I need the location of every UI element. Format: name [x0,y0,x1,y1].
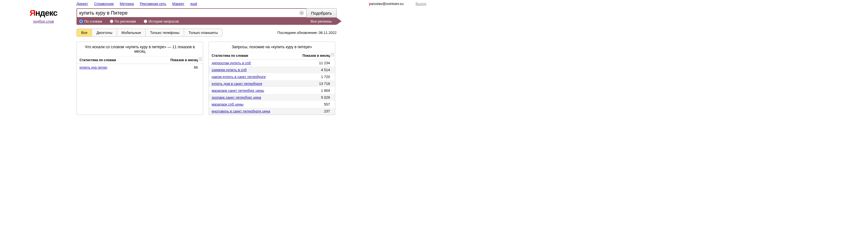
query-count: 66 [145,64,203,71]
topnav-link-sprav[interactable]: Справочник [94,2,114,6]
device-tab-phones[interactable]: Только телефоны [146,29,184,36]
query-count: 13 718 [290,80,335,87]
device-tab-tablets[interactable]: Только планшеты [184,29,222,36]
left-table: Статистика по словам Показов в месяц? ку… [77,57,203,71]
topnav-link-market[interactable]: Маркет [172,2,184,6]
topnav-link-rsya[interactable]: Рекламная сеть [140,2,166,6]
device-row: Все Десктопы Мобильные Только телефоны Т… [76,29,337,37]
table-row: оземпик купить в спб4 514 [209,66,335,73]
query-link[interactable]: купить дом в санкт петербурге [212,82,262,86]
search-block: ✕ Подобрать По словам По регионам Истори… [76,8,337,25]
query-count: 4 514 [290,66,335,73]
right-table: Статистика по словам Показов в месяц? ди… [209,52,335,115]
device-tab-all[interactable]: Все [77,29,92,36]
query-link[interactable]: оземпик купить в спб [212,68,247,72]
query-link[interactable]: наком купить в санкт петербурге [212,75,266,79]
query-count: 1 720 [290,73,335,80]
left-panel-title: Что искали со словом «купить куру в пите… [77,42,203,57]
table-row: дипроспан купить в спб11 234 [209,59,335,67]
query-count: 1 904 [290,87,335,94]
query-link[interactable]: зоопарк санкт петербург цена [212,95,261,100]
right-panel-title: Запросы, похожие на «купить куру в питер… [209,42,335,52]
query-link[interactable]: мазапарк спб цены [212,102,244,106]
topnav-link-direct[interactable]: Директ [76,2,88,6]
device-tabs: Все Десктопы Мобильные Только телефоны Т… [76,29,222,37]
query-count: 557 [290,101,335,108]
table-row: зоопарк санкт петербург цена5 029 [209,94,335,101]
regions-selector[interactable]: Все регионы [311,19,332,23]
table-row: купить кур питер66 [77,64,203,71]
last-update-label: Последнее обновление: 06.11.2022 [277,31,337,35]
radio-by-regions[interactable]: По регионам [110,19,136,23]
table-row: мазапарк санкт петербург цены1 904 [209,87,335,94]
query-link[interactable]: дипроспан купить в спб [212,61,251,65]
query-link[interactable]: купить кур питер [80,65,107,69]
table-row: купить дом в санкт петербурге13 718 [209,80,335,87]
left-col-count: Показов в месяц? [145,57,203,64]
help-icon[interactable]: ? [199,58,202,61]
query-link[interactable]: енотовиль в санкт петербурге цена [212,109,270,113]
topnav-link-metrika[interactable]: Метрика [120,2,134,6]
left-panel: Что искали со словом «купить куру в пите… [76,41,203,115]
logout-link[interactable]: Выход [415,2,426,6]
left-col-stat: Статистика по словам [77,57,145,64]
device-tab-mobile[interactable]: Мобильные [117,29,146,36]
query-count: 5 029 [290,94,335,101]
right-col-count: Показов в месяц? [290,52,335,59]
results-area: Что искали со словом «купить куру в пите… [76,41,337,115]
right-col-stat: Статистика по словам [209,52,290,59]
table-row: мазапарк спб цены557 [209,101,335,108]
user-box: yaroslav@osintsev.su Выход [369,2,426,6]
yandex-logo[interactable]: Яндекс [19,8,68,18]
table-row: наком купить в санкт петербурге1 720 [209,73,335,80]
search-input[interactable] [79,10,299,16]
clear-icon[interactable]: ✕ [299,10,304,16]
table-row: енотовиль в санкт петербурге цена237 [209,108,335,115]
topnav-link-more[interactable]: ещё [190,2,197,6]
topnav: Директ Справочник Метрика Рекламная сеть… [76,2,202,6]
device-tab-desktop[interactable]: Десктопы [92,29,117,36]
query-count: 237 [290,108,335,115]
query-link[interactable]: мазапарк санкт петербург цены [212,88,264,93]
logo-column: Яндекс подбор слов [19,8,68,23]
right-panel: Запросы, похожие на «купить куру в питер… [209,41,335,115]
user-login[interactable]: yaroslav@osintsev.su [369,2,403,6]
radio-by-words[interactable]: По словам [79,19,102,23]
topbar: Директ Справочник Метрика Рекламная сеть… [0,0,434,6]
radio-history[interactable]: История запросов [144,19,179,23]
search-button[interactable]: Подобрать [306,8,337,18]
query-count: 11 234 [290,59,335,67]
search-input-wrap: ✕ [76,8,306,18]
wordstat-subtitle-link[interactable]: подбор слов [33,19,54,23]
search-mode-bar: По словам По регионам История запросов В… [76,18,337,25]
help-icon[interactable]: ? [331,53,334,56]
